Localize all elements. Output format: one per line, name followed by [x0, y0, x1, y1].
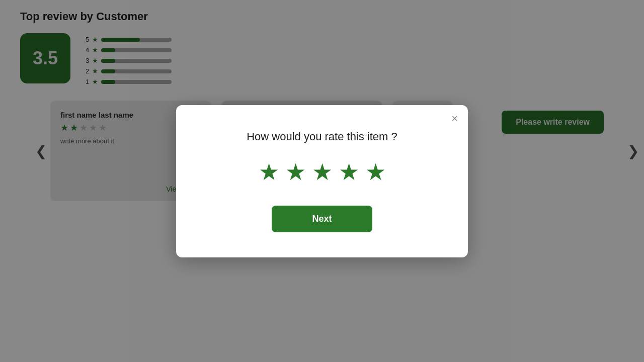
- modal-star-5[interactable]: ★: [365, 158, 386, 186]
- rating-modal: × How would you rate this item ? ★ ★ ★ ★…: [176, 105, 468, 257]
- modal-stars[interactable]: ★ ★ ★ ★ ★: [259, 158, 386, 186]
- modal-overlay: × How would you rate this item ? ★ ★ ★ ★…: [0, 0, 644, 362]
- modal-star-1[interactable]: ★: [259, 158, 279, 186]
- modal-star-2[interactable]: ★: [285, 158, 306, 186]
- modal-close-button[interactable]: ×: [451, 113, 458, 124]
- modal-star-4[interactable]: ★: [339, 158, 359, 186]
- next-button[interactable]: Next: [272, 206, 372, 232]
- modal-title: How would you rate this item ?: [247, 130, 397, 143]
- modal-star-3[interactable]: ★: [312, 158, 333, 186]
